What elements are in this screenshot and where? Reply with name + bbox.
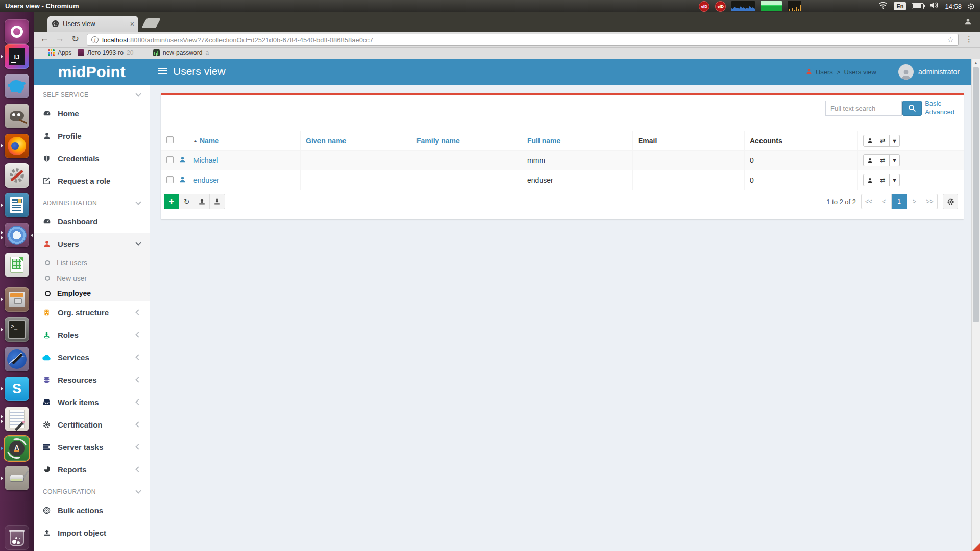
back-button[interactable]: ← (40, 33, 49, 44)
page-info-icon[interactable]: i (91, 36, 99, 43)
paint-splat-app-icon[interactable] (5, 74, 29, 98)
sidebar-item-credentials[interactable]: Credentials (34, 147, 150, 169)
scrollbar-thumb[interactable] (973, 67, 979, 322)
paint-roller-icon[interactable] (5, 466, 29, 490)
sort-by-name-link[interactable]: Name (200, 137, 219, 145)
cpu-graph-icon[interactable] (731, 1, 755, 11)
clock[interactable]: 14:58 (945, 3, 962, 10)
memory-graph-icon[interactable] (761, 1, 782, 11)
page-scrollbar[interactable]: ▲ (971, 59, 980, 551)
page-1-button[interactable]: 1 (892, 194, 907, 209)
keyboard-layout-indicator[interactable]: En (894, 2, 906, 10)
gimp-icon[interactable] (5, 104, 29, 128)
refresh-button[interactable]: ↻ (179, 194, 194, 209)
browser-tab[interactable]: Users view × (47, 16, 138, 32)
fulltext-search-input[interactable] (825, 101, 902, 116)
row-checkbox[interactable] (166, 176, 174, 183)
libreoffice-calc-icon[interactable] (5, 253, 29, 277)
sidebar-section-administration[interactable]: ADMINISTRATION (34, 196, 150, 210)
new-tab-button[interactable] (141, 18, 161, 28)
sidebar-item-request-role[interactable]: Request a role (34, 169, 150, 192)
sidebar-item-server-tasks[interactable]: Server tasks (34, 436, 150, 458)
sidebar-item-resources[interactable]: Resources (34, 368, 150, 391)
system-settings-icon[interactable] (5, 163, 29, 188)
eid-indicator-icon[interactable]: eID (715, 1, 726, 12)
url-bar[interactable]: i localhost:8080/admin/usersView?7&colle… (87, 34, 959, 46)
sidebar-toggle-icon[interactable] (158, 68, 167, 76)
sort-by-given-name-link[interactable]: Given name (306, 137, 346, 145)
sidebar-item-org-structure[interactable]: Org. structure (34, 301, 150, 323)
session-gear-icon[interactable] (967, 3, 975, 10)
sidebar-item-certification[interactable]: Certification (34, 413, 150, 436)
person-action-button[interactable] (863, 135, 876, 147)
browser-profile-icon[interactable] (964, 18, 972, 28)
person-action-button[interactable] (863, 154, 876, 166)
wifi-icon[interactable] (878, 1, 888, 11)
bookmark-item[interactable]: Лето 1993-го 20 (78, 49, 133, 56)
swap-action-button[interactable]: ⇄ (876, 135, 890, 147)
more-actions-button[interactable]: ▾ (890, 154, 900, 166)
swap-action-button[interactable]: ⇄ (876, 154, 890, 166)
browser-menu-icon[interactable]: ⋮ (965, 35, 973, 44)
sidebar-item-services[interactable]: Services (34, 346, 150, 368)
add-user-button[interactable]: + (164, 194, 179, 209)
bookmark-item[interactable]: new-password a (153, 49, 209, 56)
pen-editor-icon[interactable] (5, 347, 29, 371)
person-action-button[interactable] (863, 174, 876, 186)
eid-indicator-icon[interactable]: eID (699, 1, 709, 12)
search-basic-link[interactable]: Basic (925, 99, 954, 108)
firefox-icon[interactable] (5, 134, 29, 158)
search-button[interactable] (902, 101, 922, 116)
user-name-link[interactable]: enduser (193, 176, 219, 184)
bookmark-apps[interactable]: Apps (48, 49, 71, 56)
search-advanced-link[interactable]: Advanced (925, 108, 954, 116)
terminal-icon[interactable]: >_ (5, 317, 29, 342)
select-all-checkbox[interactable] (166, 136, 174, 143)
sidebar-item-work-items[interactable]: Work items (34, 391, 150, 413)
intellij-idea-icon[interactable]: IJ (5, 44, 29, 69)
skype-icon[interactable]: S (5, 377, 29, 401)
user-name-link[interactable]: Michael (193, 156, 218, 164)
bookmark-star-icon[interactable]: ☆ (947, 35, 954, 44)
page-next-button[interactable]: > (907, 194, 922, 209)
network-graph-icon[interactable] (788, 1, 801, 11)
trash-icon[interactable] (5, 525, 29, 550)
ubuntu-dash-icon[interactable] (5, 19, 29, 44)
export-button[interactable] (210, 194, 225, 209)
sidebar-item-new-user[interactable]: New user (34, 270, 150, 286)
sidebar-section-self-service[interactable]: SELF SERVICE (34, 88, 150, 102)
more-actions-button[interactable]: ▾ (890, 135, 900, 147)
midpoint-logo[interactable]: midPoint (34, 59, 150, 85)
table-settings-button[interactable] (943, 194, 958, 209)
sidebar-item-import-object[interactable]: Import object (34, 521, 150, 544)
sort-by-full-name-link[interactable]: Full name (527, 137, 560, 145)
battery-icon[interactable] (912, 3, 924, 9)
sync-tool-icon[interactable]: A (5, 436, 29, 461)
sidebar-item-dashboard[interactable]: Dashboard (34, 210, 150, 233)
notes-editor-icon[interactable] (5, 407, 29, 431)
page-first-button[interactable]: << (861, 194, 876, 209)
page-last-button[interactable]: >> (922, 194, 938, 209)
more-actions-button[interactable]: ▾ (890, 174, 900, 186)
reload-button[interactable]: ↻ (71, 33, 79, 44)
sidebar-item-reports[interactable]: Reports (34, 458, 150, 481)
volume-icon[interactable] (929, 1, 939, 11)
sidebar-item-users[interactable]: Users (34, 233, 150, 255)
sidebar-item-home[interactable]: Home (34, 102, 150, 124)
user-menu[interactable]: administrator (898, 64, 960, 80)
sidebar-section-configuration[interactable]: CONFIGURATION (34, 485, 150, 499)
sidebar-item-list-users[interactable]: List users (34, 255, 150, 270)
chromium-icon[interactable] (5, 223, 29, 247)
row-checkbox[interactable] (166, 156, 174, 163)
page-prev-button[interactable]: < (876, 194, 892, 209)
swap-action-button[interactable]: ⇄ (876, 174, 890, 186)
forward-button[interactable]: → (55, 33, 64, 44)
sidebar-item-profile[interactable]: Profile (34, 124, 150, 147)
sidebar-item-bulk-actions[interactable]: Bulk actions (34, 499, 150, 521)
file-archive-icon[interactable] (5, 287, 29, 312)
libreoffice-writer-icon[interactable] (5, 193, 29, 217)
breadcrumb-parent[interactable]: Users (816, 68, 833, 76)
import-button[interactable] (194, 194, 210, 209)
tab-close-icon[interactable]: × (130, 20, 134, 28)
sidebar-item-employee[interactable]: Employee (34, 286, 150, 301)
